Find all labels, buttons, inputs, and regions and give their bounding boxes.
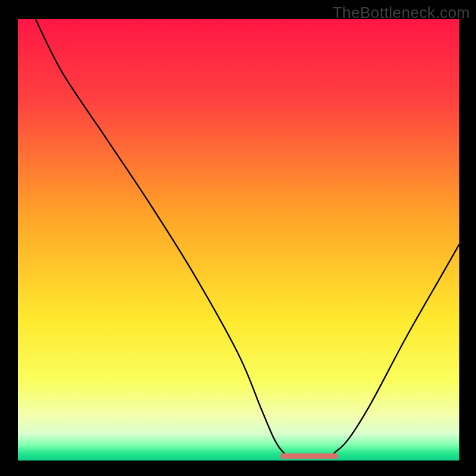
chart-frame: TheBottleneck.com (0, 0, 476, 476)
watermark-text: TheBottleneck.com (333, 4, 470, 22)
bottleneck-chart (0, 0, 476, 476)
gradient-background (18, 19, 459, 461)
